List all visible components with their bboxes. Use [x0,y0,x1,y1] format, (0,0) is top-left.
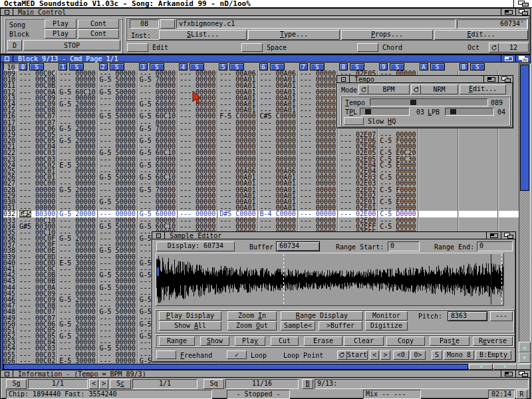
copy-button[interactable]: Copy [386,336,425,346]
slist-button[interactable]: SList... [159,30,247,40]
range-button[interactable]: Range [159,336,195,346]
minimize-icon[interactable] [501,55,515,62]
type-button[interactable]: Type... [248,30,340,40]
tempo-slider[interactable] [370,98,488,106]
sample-type-button[interactable]: Mono 8 [444,350,474,360]
channel-B-solo-button[interactable]: S [470,63,485,70]
close-icon[interactable] [1,370,13,377]
waveform-canvas[interactable] [156,253,503,305]
bpm-cycle-button[interactable]: BPM [358,84,410,94]
depth-icon[interactable] [515,55,530,62]
loop-point-cycle-button[interactable]: Start [337,350,368,360]
freehand-checkbox[interactable] [156,350,176,359]
minimize-icon[interactable] [483,76,498,82]
channel-8-solo-button[interactable]: S [350,63,364,70]
channel-6-solo-button[interactable]: S [270,63,285,70]
main-control-titlebar[interactable]: Main Control [1,9,530,16]
line-spacing-display[interactable]: 10 [3,63,19,70]
loop-zero-left-button[interactable]: <0 [393,350,409,360]
to-buffer-button[interactable]: >Buffer [319,321,362,331]
show-button[interactable]: Show [200,336,229,346]
channel-6-button[interactable]: 6 [259,63,268,70]
instrument-name-field[interactable]: vfxbigmoney.c1 [176,19,456,29]
channel-3-button[interactable]: 3 [139,63,148,70]
erase-button[interactable]: Erase [304,336,342,346]
scrollbar-corner[interactable] [517,364,531,370]
channel-9-button[interactable]: 9 [379,63,388,70]
play-button[interactable]: Play [235,336,265,346]
tempo-edit-button[interactable]: Edit... [460,84,506,94]
channel-A-button[interactable]: A [420,63,428,70]
edit-checkbox[interactable] [127,43,148,52]
block-select-button[interactable]: B [302,379,313,389]
block-play-button[interactable]: Play [45,29,76,39]
monitor-button[interactable]: Monitor [365,311,408,321]
range-start-input[interactable]: 0 [388,241,420,251]
channel-2-button[interactable]: 2 [99,63,108,70]
scrollbar-knob[interactable] [520,65,529,191]
channel-0-solo-button[interactable]: S [29,63,44,70]
sample-editor-titlebar[interactable]: Sample Editor [152,232,515,239]
close-icon[interactable] [337,76,350,82]
channel-9-solo-button[interactable]: S [390,63,404,70]
minimize-icon[interactable] [486,232,501,239]
next-button[interactable]: > [99,379,108,389]
reverse-button[interactable]: Reverse [473,336,513,346]
depth-icon[interactable] [498,76,513,82]
song-cont-button[interactable]: Cont [78,19,119,29]
information-titlebar[interactable]: Information - (Tempo = BPM 89/3) [1,370,530,378]
sample-to-button[interactable]: Sample< [281,321,315,331]
horizontal-scrollbar[interactable] [3,364,468,370]
screen-titlebar[interactable]: OctaMED Soundstudio V1.03c - Song: Arkan… [0,0,532,8]
depth-icon[interactable] [515,370,530,377]
digitize-button[interactable]: Digitize [365,321,408,331]
sample-end-marker[interactable] [501,254,502,305]
slow-hq-checkbox[interactable] [344,117,364,125]
scroll-right-icon[interactable]: ▶ [493,364,517,370]
prev-button[interactable]: < [89,379,98,389]
channel-4-button[interactable]: 4 [179,63,188,70]
scroll-down-icon[interactable]: ▼ [519,352,531,363]
scroll-left-icon[interactable]: ◀ [469,364,493,370]
cut-button[interactable]: Cut [271,336,299,346]
channel-4-solo-button[interactable]: S [190,63,204,70]
tracker-cell[interactable]: E-5 30000 [59,358,95,364]
instrument-number-field[interactable]: 08 [130,19,159,29]
channel-7-button[interactable]: 7 [299,63,308,70]
pitch-note-button[interactable]: --- [490,311,513,321]
range-display-button[interactable]: Range Display [281,311,363,321]
buffer-status-button[interactable]: B:Empty [475,350,511,360]
pitch-input[interactable]: 8363 [448,311,487,321]
minimize-icon[interactable] [501,9,515,15]
channel-1-solo-button[interactable]: S [69,63,84,70]
show-all-button[interactable]: Show All [159,321,221,331]
zoom-out-button[interactable]: Zoom Out [227,321,277,331]
loop-dec-button[interactable]: < [370,350,379,360]
minimize-icon[interactable] [501,370,515,377]
paste-button[interactable]: Paste [430,336,469,346]
tracker-cell[interactable]: G-5 [140,358,152,364]
close-icon[interactable] [1,55,13,62]
reset-time-button[interactable]: R [516,390,527,399]
song-select-button[interactable]: Sg [6,379,27,389]
edit-button[interactable]: Edit... [434,30,528,40]
instrument-folder-button[interactable] [160,19,175,29]
slider-knob[interactable] [365,109,371,114]
sequence-select-button[interactable]: Sq [203,379,224,389]
loop-zero-right-button[interactable]: 0> [410,350,426,360]
lpb-slider[interactable] [445,108,494,116]
buffer-size-input[interactable]: 60734 [276,241,320,251]
depth-icon[interactable] [515,9,530,15]
loop-inc-button[interactable]: > [380,350,390,360]
nrm-cycle-button[interactable]: NRM [411,84,458,94]
channel-0-button[interactable]: 0 [19,63,27,70]
space-checkbox[interactable] [241,43,263,52]
tpl-slider[interactable] [360,108,410,116]
chord-checkbox[interactable] [357,43,378,52]
zoom-in-button[interactable]: Zoom In [227,311,277,321]
octave-cycle-button[interactable]: 12 [489,43,529,53]
loop-point-marker[interactable] [283,254,284,305]
slider-knob[interactable] [450,109,456,114]
song-play-button[interactable]: Play [45,19,76,29]
channel-B-button[interactable]: B [460,63,468,70]
